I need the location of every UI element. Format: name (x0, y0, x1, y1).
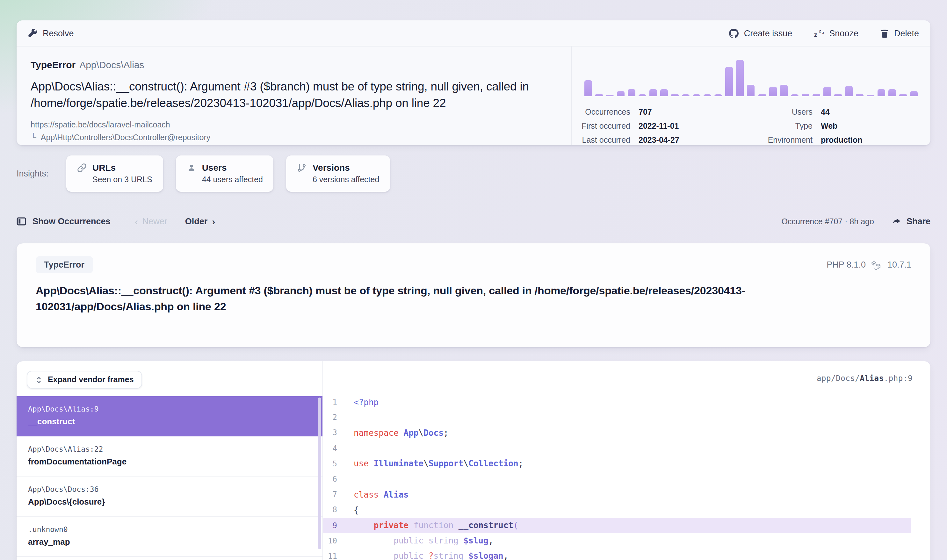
stat-value: 2023-04-27 (639, 136, 734, 145)
error-message: App\Docs\Alias::__construct(): Argument … (31, 78, 557, 111)
frame-location: App\Docs\Docs:36 (28, 485, 311, 494)
line-number: 7 (323, 490, 337, 499)
occurrence-bar (725, 67, 733, 96)
newer-button[interactable]: ‹ Newer (135, 217, 167, 226)
stat-value: 44 (821, 108, 923, 117)
delete-button[interactable]: Delete (880, 28, 919, 38)
older-label: Older (185, 217, 208, 226)
snooze-icon: zzz (814, 28, 824, 38)
toolbar-right-actions: Create issue zzz Snooze Delete (729, 28, 919, 38)
occurrence-bar (747, 85, 755, 96)
occurrence-bar (660, 89, 668, 96)
create-issue-label: Create issue (744, 28, 793, 38)
occurrence-bar (834, 94, 842, 96)
line-number: 3 (323, 428, 337, 437)
controller-action: App\Http\Controllers\DocsController@repo… (41, 133, 211, 142)
insight-subtitle: Seen on 3 URLS (92, 175, 152, 184)
github-icon (729, 28, 739, 38)
older-button[interactable]: Older › (185, 217, 216, 226)
error-url[interactable]: https://spatie.be/docs/laravel-mailcoach (31, 120, 557, 129)
error-summary-card: Resolve Create issue zzz Snooze (17, 20, 930, 145)
insight-cards: URLs Seen on 3 URLS Users 44 users affec… (66, 155, 390, 192)
error-type: TypeError (31, 59, 75, 70)
code-line: 2 (323, 410, 930, 425)
code-lines: 1<?php23namespace App\Docs;45use Illumin… (323, 394, 930, 560)
occurrence-bar (639, 94, 646, 96)
expand-vendor-frames-button[interactable]: Expand vendor frames (27, 371, 142, 389)
frames-scrollbar[interactable] (318, 397, 321, 549)
code-text: use Illuminate\Support\Collection; (337, 459, 523, 469)
insight-subtitle: 44 users affected (202, 175, 263, 184)
path-prefix: app/Docs/ (817, 374, 860, 383)
occurrence-bar (867, 95, 875, 96)
stack-frame[interactable]: App\Docs\Alias:22 fromDocumentationPage (17, 436, 322, 477)
occurrence-bar (693, 94, 701, 96)
occurrence-card: TypeError PHP 8.1.0 10.7.1 App\Docs\Alia… (17, 243, 930, 347)
frame-method: fromDocumentationPage (28, 457, 311, 466)
code-text: public ?string $slogan, (337, 551, 508, 560)
occurrence-bar (595, 94, 603, 96)
stat-label: First occurred (579, 122, 630, 131)
occurrence-bar (888, 89, 896, 96)
line-number: 6 (323, 475, 337, 483)
line-number: 5 (323, 459, 337, 468)
occurrence-card-header: TypeError PHP 8.1.0 10.7.1 (36, 256, 911, 273)
code-line: 6 (323, 471, 930, 487)
stack-frame[interactable]: App\Docs\Docs:36 App\Docs\{closure} (17, 477, 322, 517)
delete-label: Delete (894, 28, 919, 38)
line-number: 1 (323, 397, 337, 406)
occurrence-bar (650, 89, 657, 96)
stat-value: Web (821, 122, 923, 131)
stats-grid: Occurrences 707 Users 44 First occurred … (579, 108, 923, 145)
occurrence-bar (812, 94, 820, 96)
stack-trace-card: Expand vendor frames App\Docs\Alias:9 __… (17, 361, 930, 560)
code-line: 5use Illuminate\Support\Collection; (323, 456, 930, 471)
code-text: private function __construct( (337, 520, 519, 530)
occurrence-bar (790, 94, 798, 96)
error-toolbar: Resolve Create issue zzz Snooze (17, 20, 930, 46)
occurrence-pager: ‹ Newer Older › (135, 217, 216, 226)
share-button[interactable]: Share (892, 217, 930, 226)
stack-frame[interactable]: .unknown0 array_map (17, 517, 322, 557)
insight-title: Users (202, 163, 227, 173)
occurrence-bar (910, 91, 918, 96)
show-occurrences-button[interactable]: Show Occurrences (17, 217, 111, 226)
insight-card-urls[interactable]: URLs Seen on 3 URLS (66, 155, 163, 192)
insights-label: Insights: (17, 169, 66, 178)
occurrence-message: App\Docs\Alias::__construct(): Argument … (36, 283, 788, 315)
occurrence-nav-right: Occurrence #707 · 8h ago Share (781, 217, 930, 226)
snooze-label: Snooze (829, 28, 858, 38)
expand-vendor-frames-label: Expand vendor frames (48, 375, 134, 384)
insight-card-versions[interactable]: Versions 6 versions affected (286, 155, 390, 192)
snooze-button[interactable]: zzz Snooze (814, 28, 858, 38)
occurrence-bar (617, 91, 625, 96)
link-icon (77, 163, 87, 172)
occurrence-bar (704, 94, 711, 96)
stat-label: Users (742, 108, 813, 117)
stat-label: Occurrences (579, 108, 630, 117)
error-class: App\Docs\Alias (79, 59, 144, 70)
occurrence-bar (758, 94, 766, 96)
resolve-button[interactable]: Resolve (28, 28, 74, 38)
stack-frame[interactable]: App\Docs\Alias:9 __construct (17, 396, 322, 436)
occurrences-sparkline-chart (584, 59, 918, 96)
insight-title: Versions (313, 163, 350, 173)
file-name: Alias (860, 374, 884, 383)
share-icon (892, 217, 901, 226)
line-number: 9 (323, 521, 337, 530)
insight-subtitle: 6 versions affected (313, 175, 379, 184)
line-number: 4 (323, 444, 337, 453)
create-issue-button[interactable]: Create issue (729, 28, 793, 38)
error-detail-page: Resolve Create issue zzz Snooze (0, 0, 947, 560)
frame-method: __construct (28, 417, 311, 426)
path-suffix: .php:9 (884, 374, 913, 383)
laravel-icon (872, 260, 882, 270)
code-line: 11 public ?string $slogan, (323, 549, 930, 560)
error-type-row: TypeErrorApp\Docs\Alias (31, 59, 557, 70)
line-number: 8 (323, 506, 337, 514)
occurrence-bar (878, 89, 885, 96)
code-viewer: app/Docs/Alias.php:9 1<?php23namespace A… (323, 361, 930, 560)
insight-card-users[interactable]: Users 44 users affected (176, 155, 274, 192)
occurrence-bar (715, 94, 722, 96)
unfold-icon (35, 375, 43, 384)
